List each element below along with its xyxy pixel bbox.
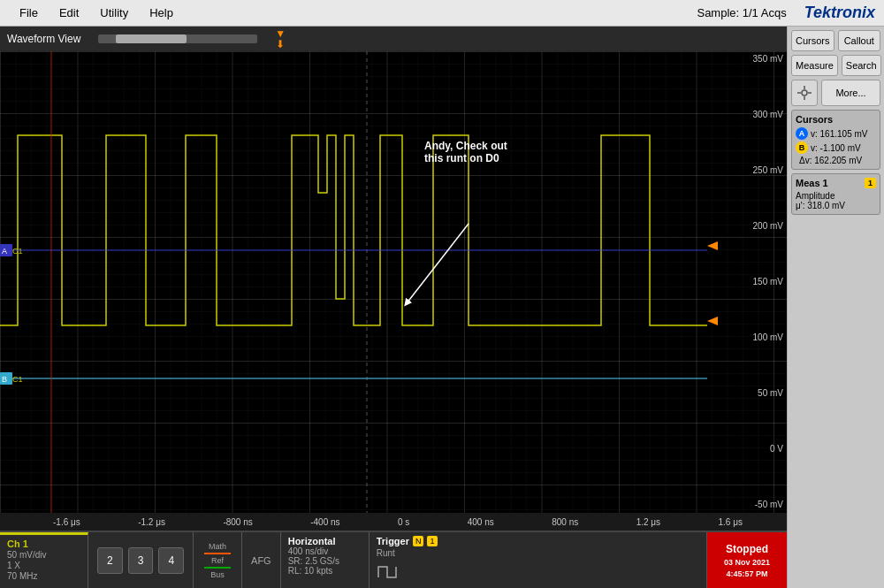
menu-file[interactable]: File: [9, 3, 49, 23]
menu-help[interactable]: Help: [139, 3, 184, 23]
ch3-button[interactable]: 3: [128, 547, 154, 574]
stopped-time: 4:45:57 PM: [726, 569, 767, 578]
waveform-canvas[interactable]: A C1 B C1 Andy, Check out this runt on D…: [0, 51, 787, 513]
trigger-n-badge: N: [413, 536, 424, 546]
trigger-info[interactable]: Trigger N 1 Runt: [370, 532, 707, 588]
y-label-100mv: 100 mV: [743, 333, 783, 342]
trigger-icon: [377, 563, 403, 581]
more-button[interactable]: More...: [821, 80, 880, 106]
horizontal-info[interactable]: Horizontal 400 ns/div SR: 2.5 GS/s RL: 1…: [281, 532, 370, 588]
callout-button[interactable]: Callout: [838, 30, 880, 51]
top-buttons-row: Cursors Callout: [791, 30, 880, 51]
measure-button[interactable]: Measure: [791, 55, 838, 76]
grid-svg: A C1 B C1: [0, 51, 787, 513]
trigger-num-badge: 1: [427, 536, 437, 546]
waveform-header: Waveform View ▼⬇: [0, 27, 787, 51]
menu-edit[interactable]: Edit: [49, 3, 89, 23]
second-buttons-row: Measure Search: [791, 55, 880, 76]
ch1-mult: 1 X: [7, 561, 80, 570]
math-ref-bus[interactable]: Math Ref Bus: [194, 532, 242, 588]
scrollbar-thumb[interactable]: [116, 34, 187, 43]
horizontal-title: Horizontal: [288, 536, 362, 546]
math-line-red: [204, 553, 231, 554]
y-label-350mv: 350 mV: [743, 55, 783, 64]
horizontal-rate: 400 ns/div: [288, 546, 362, 556]
stopped-date: 03 Nov 2021: [724, 558, 770, 567]
cursor-b-value: v: -1.100 mV: [811, 143, 861, 153]
x-label-7: 1.2 μs: [636, 517, 660, 527]
y-label-300mv: 300 mV: [743, 111, 783, 119]
math-line-green: [204, 567, 231, 569]
cursors-button[interactable]: Cursors: [791, 30, 834, 51]
cursor-a-badge: A: [796, 127, 808, 140]
meas1-badge: 1: [865, 178, 876, 188]
settings-icon-btn[interactable]: [791, 80, 818, 106]
x-label-0: -1.6 μs: [53, 517, 80, 527]
cursors-section: Cursors A v: 161.105 mV B v: -1.100 mV Δ…: [791, 110, 880, 170]
ch1-name: Ch 1: [7, 538, 80, 549]
svg-text:B: B: [2, 375, 7, 384]
ch1-freq: 70 MHz: [7, 571, 80, 581]
svg-text:C1: C1: [12, 375, 23, 384]
trigger-mode: Runt: [377, 548, 699, 558]
ch2-button[interactable]: 2: [97, 547, 123, 574]
bus-label: Bus: [210, 570, 225, 579]
math-label: Math: [209, 542, 226, 551]
trigger-title: Trigger: [377, 536, 409, 546]
x-label-3: -400 ns: [310, 517, 339, 527]
x-label-4: 0 s: [398, 517, 409, 527]
meas1-param: Amplitude: [796, 191, 876, 201]
x-axis-labels: -1.6 μs -1.2 μs -800 ns -400 ns 0 s 400 …: [0, 513, 787, 531]
bottom-bar: Ch 1 50 mV/div 1 X 70 MHz 2 3 4 Math Ref…: [0, 531, 787, 588]
y-label-250mv: 250 mV: [743, 166, 783, 175]
ref-label: Ref: [211, 556, 224, 565]
menu-utility[interactable]: Utility: [89, 3, 139, 23]
stopped-label: Stopped: [726, 543, 768, 555]
y-axis-labels: 350 mV 300 mV 250 mV 200 mV 150 mV 100 m…: [743, 51, 783, 513]
cursors-section-title: Cursors: [796, 114, 876, 125]
cursor-b-badge: B: [796, 141, 808, 154]
brand-logo: Tektronix: [804, 4, 875, 22]
waveform-title: Waveform View: [7, 33, 80, 45]
x-label-5: 400 ns: [468, 517, 494, 527]
channel-buttons: 2 3 4: [88, 532, 194, 588]
right-panel: Cursors Callout Measure Search More... C…: [787, 27, 884, 588]
y-label-50mv: 50 mV: [743, 389, 783, 398]
meas1-value: μ': 318.0 mV: [796, 201, 876, 210]
cursor-delta: Δv: 162.205 mV: [796, 156, 876, 165]
y-label-150mv: 150 mV: [743, 278, 783, 286]
meas1-title-row: Meas 1 1: [796, 178, 876, 188]
sample-info: Sample: 1/1 Acqs: [697, 6, 786, 19]
afg-button[interactable]: AFG: [242, 532, 281, 588]
x-label-6: 800 ns: [552, 517, 578, 527]
cursor-a-value: v: 161.105 mV: [811, 129, 867, 139]
meas1-title: Meas 1: [796, 178, 828, 188]
trigger-pointer-top: ▼⬇: [275, 28, 286, 50]
y-label-neg50mv: -50 mV: [743, 500, 783, 509]
ch1-info[interactable]: Ch 1 50 mV/div 1 X 70 MHz: [0, 532, 88, 588]
svg-text:A: A: [2, 247, 7, 256]
x-label-1: -1.2 μs: [138, 517, 165, 527]
annotation: Andy, Check out this runt on D0: [424, 140, 507, 164]
settings-icon: [796, 84, 813, 102]
cursor-a-row: A v: 161.105 mV: [796, 127, 876, 140]
ch1-div: 50 mV/div: [7, 550, 80, 560]
scope-area: Waveform View ▼⬇: [0, 27, 787, 588]
y-label-0v: 0 V: [743, 445, 783, 454]
meas1-section: Meas 1 1 Amplitude μ': 318.0 mV: [791, 173, 880, 215]
svg-text:C1: C1: [12, 247, 23, 256]
horizontal-rl: RL: 10 kpts: [288, 566, 362, 576]
waveform-scrollbar[interactable]: [98, 34, 257, 43]
main-content: Waveform View ▼⬇: [0, 27, 884, 588]
search-button[interactable]: Search: [842, 55, 881, 76]
stopped-button[interactable]: Stopped 03 Nov 2021 4:45:57 PM: [707, 532, 787, 588]
y-label-200mv: 200 mV: [743, 222, 783, 231]
x-label-8: 1.6 μs: [719, 517, 743, 527]
x-label-2: -800 ns: [223, 517, 252, 527]
menu-bar: File Edit Utility Help Sample: 1/1 Acqs …: [0, 0, 884, 27]
third-buttons-row: More...: [791, 80, 880, 106]
svg-rect-2: [0, 51, 787, 513]
horizontal-sr: SR: 2.5 GS/s: [288, 556, 362, 566]
svg-point-17: [802, 90, 807, 95]
ch4-button[interactable]: 4: [158, 547, 184, 574]
